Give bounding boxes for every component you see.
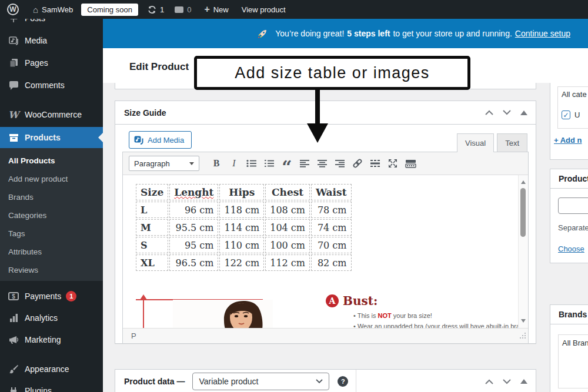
size-table[interactable]: Size Lenght Hips Chest Waist L 96 cm 118…: [135, 183, 353, 272]
size-guide-title: Size Guide: [124, 108, 166, 118]
categories-list-box: All cate ✓ U: [557, 86, 588, 129]
sidebar-item-pages[interactable]: Pages: [0, 53, 103, 73]
cell-size: L: [136, 202, 168, 218]
scrollbar-thumb[interactable]: [520, 188, 526, 237]
measure-line-vertical: [143, 300, 144, 328]
choose-tags-link[interactable]: Choose: [558, 244, 584, 253]
move-up-icon[interactable]: [485, 110, 493, 115]
table-row: S 95 cm 110 cm 100 cm 70 cm: [136, 237, 352, 253]
read-more-tag-button[interactable]: [366, 155, 384, 172]
sidebar-item-payments[interactable]: $ Payments 1: [0, 286, 103, 306]
editor-scrollbar[interactable]: [518, 175, 528, 328]
product-tags-header: Product: [550, 169, 588, 189]
submenu-attributes[interactable]: Attributes: [0, 244, 103, 263]
tags-input[interactable]: [558, 197, 588, 214]
paragraph-format-value: Paragraph: [134, 159, 170, 168]
update-count: 1: [160, 5, 164, 14]
site-name-menu[interactable]: ⌂ SamWeb: [33, 5, 73, 15]
blockquote-button[interactable]: “: [278, 155, 296, 172]
move-up-icon[interactable]: [485, 379, 493, 384]
numbered-list-button[interactable]: [260, 155, 278, 172]
pages-icon: [8, 57, 19, 69]
sidebar-item-media[interactable]: Media: [0, 31, 103, 51]
tab-visual[interactable]: Visual: [457, 133, 494, 152]
col-header-size: Size: [136, 184, 168, 200]
payments-icon: $: [8, 290, 19, 302]
product-categories-metabox: All cate ✓ U + Add n: [550, 71, 588, 160]
col-header-waist: Waist: [311, 184, 352, 200]
sidebar-item-woocommerce[interactable]: W WooCommerce: [0, 105, 103, 125]
scroll-down-icon[interactable]: [521, 319, 526, 323]
size-guide-header[interactable]: Size Guide: [115, 101, 536, 125]
submenu-brands[interactable]: Brands: [0, 190, 103, 208]
tab-text[interactable]: Text: [497, 133, 527, 152]
annotation-arrow-head: [307, 123, 328, 143]
new-content-menu[interactable]: + New: [204, 4, 228, 15]
comment-count: 0: [187, 5, 191, 14]
cell-chest: 104 cm: [265, 219, 310, 236]
banner-text-prefix: You’re doing great!: [275, 29, 344, 38]
updates-menu[interactable]: 1: [148, 5, 164, 14]
coming-soon-badge[interactable]: Coming soon: [81, 4, 138, 16]
submenu-all-products[interactable]: All Products: [0, 153, 103, 172]
tab-all-categories[interactable]: All cate: [562, 90, 587, 99]
add-media-button[interactable]: Add Media: [129, 131, 192, 149]
cell-size: S: [136, 237, 168, 253]
help-tip-icon[interactable]: ?: [338, 376, 348, 387]
chevron-down-icon: [189, 162, 194, 165]
bullet-list-button[interactable]: [243, 155, 260, 172]
editor-content-area[interactable]: Size Lenght Hips Chest Waist L 96 cm 118…: [123, 175, 528, 328]
sidebar-item-appearance[interactable]: Appearance: [0, 359, 103, 379]
continue-setup-link[interactable]: Continue setup: [515, 29, 570, 38]
comments-menu[interactable]: 0: [175, 5, 191, 14]
home-icon: ⌂: [33, 5, 38, 15]
sidebar-item-label: Appearance: [25, 364, 69, 374]
sidebar-item-marketing[interactable]: Marketing: [0, 330, 103, 350]
submenu-tags[interactable]: Tags: [0, 226, 103, 244]
cell-hips: 118 cm: [219, 202, 264, 218]
cell-length: 95 cm: [169, 237, 218, 253]
category-label: U: [574, 110, 580, 119]
label-a-badge: A: [326, 294, 339, 307]
sidebar-item-products[interactable]: Products: [0, 127, 103, 148]
move-down-icon[interactable]: [503, 110, 511, 115]
paragraph-format-select[interactable]: Paragraph: [129, 156, 199, 171]
fullscreen-button[interactable]: [384, 155, 402, 172]
insert-link-button[interactable]: [349, 155, 366, 172]
sidebar-item-label: WooCommerce: [25, 110, 82, 119]
add-new-category-link[interactable]: + Add n: [554, 136, 582, 145]
cell-length: 96.5 cm: [169, 254, 218, 271]
move-down-icon[interactable]: [503, 379, 511, 384]
align-right-button[interactable]: [331, 155, 349, 172]
toggle-panel-icon[interactable]: [520, 379, 527, 384]
products-submenu: All Products Add new product Brands Cate…: [0, 148, 103, 281]
cell-hips: 122 cm: [219, 254, 264, 271]
checkbox-checked-icon[interactable]: ✓: [562, 110, 570, 119]
product-type-select[interactable]: Variable product: [192, 373, 329, 390]
sidebar-item-label: Payments: [25, 292, 61, 301]
sidebar-item-analytics[interactable]: Analytics: [0, 308, 103, 328]
align-left-button[interactable]: [296, 155, 313, 172]
tab-all-brands[interactable]: All Bran: [562, 339, 588, 347]
element-path: P: [131, 331, 136, 340]
col-header-hips: Hips: [219, 184, 264, 200]
sidebar-item-label: Comments: [25, 81, 65, 90]
sidebar-item-comments[interactable]: Comments: [0, 75, 103, 95]
submenu-reviews[interactable]: Reviews: [0, 263, 103, 281]
bold-button[interactable]: B: [208, 155, 225, 172]
toggle-panel-icon[interactable]: [520, 110, 527, 115]
resize-grip-icon[interactable]: [519, 331, 526, 341]
sidebar-item-plugins[interactable]: Plugins: [0, 381, 103, 392]
view-product-link[interactable]: View product: [242, 5, 286, 14]
submenu-categories[interactable]: Categories: [0, 208, 103, 226]
scroll-up-icon[interactable]: [521, 180, 526, 184]
italic-button[interactable]: I: [225, 155, 243, 172]
measure-arrow-up-icon: [140, 294, 147, 300]
cell-size: M: [136, 219, 168, 236]
align-center-button[interactable]: [313, 155, 331, 172]
products-box-icon: [8, 132, 19, 143]
submenu-add-new-product[interactable]: Add new product: [0, 172, 103, 190]
wordpress-logo-icon[interactable]: W: [7, 4, 19, 15]
editor-status-bar: P: [123, 328, 528, 343]
toolbar-toggle-keyboard-button[interactable]: [402, 155, 419, 172]
